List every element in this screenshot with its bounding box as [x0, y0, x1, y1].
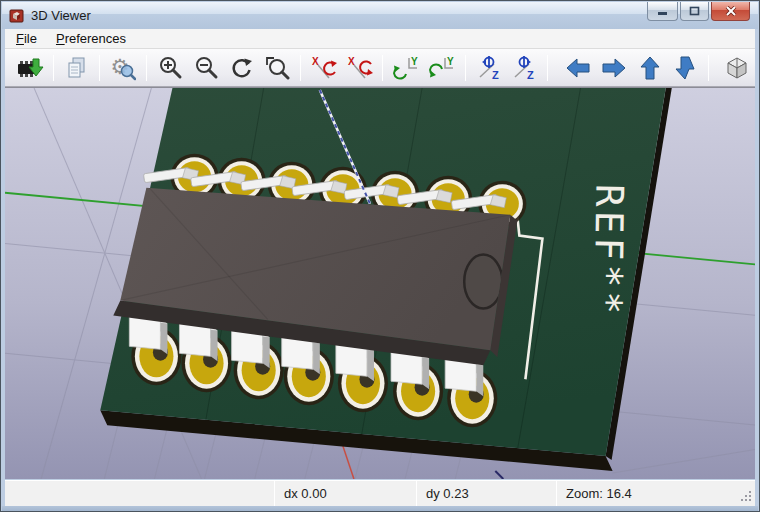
reload-board-button[interactable]: [13, 52, 47, 84]
toolbar-separator: [53, 55, 54, 81]
rotate-z-neg-button[interactable]: Z: [472, 52, 506, 84]
svg-text:Z: Z: [527, 69, 534, 81]
copy-image-icon: [64, 55, 90, 81]
status-panel-left: [5, 481, 274, 506]
titlebar[interactable]: 3D Viewer: [2, 2, 758, 29]
zoom-fit-button[interactable]: [260, 52, 294, 84]
move-left-icon: [565, 55, 591, 81]
svg-text:Z: Z: [492, 69, 499, 81]
render-options-button[interactable]: ⚙: [106, 52, 140, 84]
move-right-button[interactable]: [597, 52, 631, 84]
svg-text:X: X: [348, 56, 355, 67]
rotate-z-pos-icon: Z: [511, 55, 537, 81]
move-down-button[interactable]: [669, 52, 703, 84]
toolbar-separator: [382, 55, 383, 81]
resize-grip[interactable]: [740, 490, 752, 502]
rotate-y-pos-icon: Y: [429, 55, 455, 81]
statusbar: dx 0.00 dy 0.23 Zoom: 16.4: [5, 480, 755, 506]
status-dy: dy 0.23: [417, 481, 556, 506]
ortho-view-icon: [724, 55, 750, 81]
copy-image-button[interactable]: [60, 52, 94, 84]
move-left-button[interactable]: [561, 52, 595, 84]
window-frame-bottom: [2, 506, 758, 512]
rotate-y-neg-icon: Y: [393, 55, 419, 81]
move-down-icon: [672, 55, 698, 81]
rotate-x-pos-button[interactable]: X: [343, 52, 377, 84]
rotate-x-pos-icon: X: [347, 55, 373, 81]
zoom-in-button[interactable]: [153, 52, 187, 84]
toolbar-separator: [547, 55, 548, 81]
svg-text:Y: Y: [411, 56, 418, 67]
window-title: 3D Viewer: [31, 8, 91, 23]
menu-file[interactable]: File: [8, 29, 45, 48]
menu-preferences[interactable]: Preferences: [48, 29, 134, 48]
zoom-out-icon: [193, 55, 219, 81]
toolbar-separator: [465, 55, 466, 81]
svg-text:X: X: [312, 56, 319, 67]
redraw-button[interactable]: [225, 52, 259, 84]
reload-board-icon: [16, 55, 44, 81]
maximize-icon: [689, 6, 700, 16]
redraw-icon: [228, 55, 254, 81]
toolbar-separator: [99, 55, 100, 81]
window-3d-viewer: 3D Viewer File Preferences: [0, 0, 760, 512]
svg-text:Y: Y: [447, 56, 454, 67]
rotate-z-pos-button[interactable]: Z: [508, 52, 542, 84]
toolbar-separator: [146, 55, 147, 81]
move-up-button[interactable]: [633, 52, 667, 84]
zoom-in-icon: [157, 55, 183, 81]
toolbar: ⚙: [5, 49, 755, 87]
status-dx: dx 0.00: [275, 481, 416, 506]
toolbar-separator: [300, 55, 301, 81]
move-up-icon: [637, 55, 663, 81]
move-right-icon: [601, 55, 627, 81]
close-button[interactable]: [711, 2, 750, 21]
toolbar-separator: [708, 55, 709, 81]
maximize-button[interactable]: [680, 2, 709, 21]
rotate-y-pos-button[interactable]: Y: [425, 52, 459, 84]
ortho-view-button[interactable]: [720, 52, 754, 84]
zoom-out-button[interactable]: [189, 52, 223, 84]
app-icon: [9, 8, 25, 24]
rotate-z-neg-icon: Z: [476, 55, 502, 81]
viewport-3d[interactable]: REF**: [5, 87, 755, 479]
silkscreen-ref-text: REF**: [585, 184, 631, 319]
rotate-y-neg-button[interactable]: Y: [389, 52, 423, 84]
zoom-fit-icon: [264, 55, 290, 81]
status-zoom: Zoom: 16.4: [557, 481, 755, 506]
render-options-icon: ⚙: [110, 55, 136, 81]
chip-notch: [464, 255, 502, 309]
minimize-button[interactable]: [647, 2, 678, 21]
minimize-icon: [657, 7, 668, 16]
menubar: File Preferences: [5, 29, 755, 49]
rotate-x-neg-icon: X: [311, 55, 337, 81]
close-icon: [725, 6, 737, 16]
rotate-x-neg-button[interactable]: X: [307, 52, 341, 84]
